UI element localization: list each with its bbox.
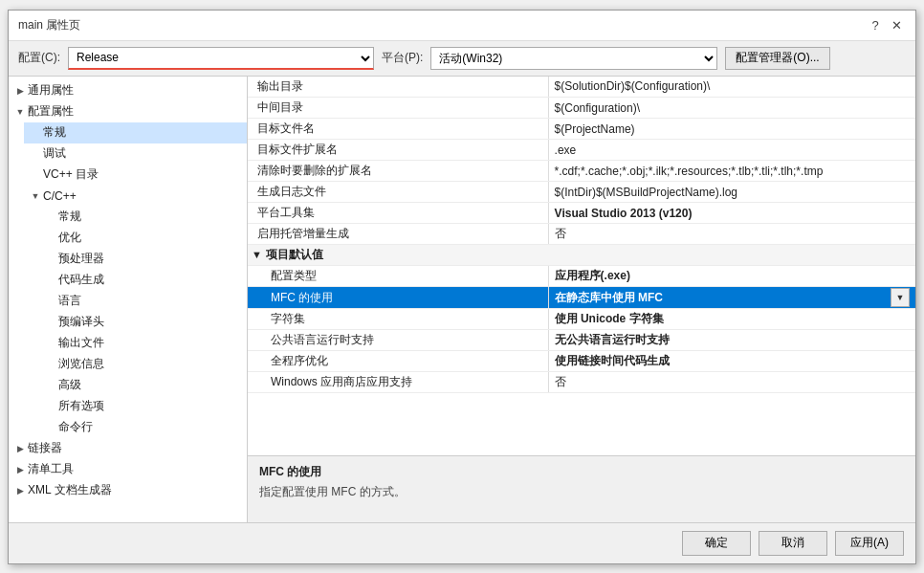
mfc-value-text: 在静态库中使用 MFC [555,290,663,306]
info-description: 指定配置使用 MFC 的方式。 [259,484,904,500]
prop-value: Visual Studio 2013 (v120) [548,203,915,224]
tree-label-manifest: 清单工具 [28,461,74,477]
tree-item-cpp-pch[interactable]: 预编译头 [39,312,247,333]
tree-toggle-cpp-general [43,209,58,225]
tree-toggle-cpp-all [43,399,58,414]
prop-group-header: ▼项目默认值 [248,245,915,266]
table-row[interactable]: 清除时要删除的扩展名 *.cdf;*.cache;*.obj;*.ilk;*.r… [248,161,915,182]
table-row[interactable]: 启用托管增量生成 否 [248,224,915,245]
tree-label-cpp-adv: 高级 [58,377,81,393]
ok-button[interactable]: 确定 [682,531,751,556]
tree-item-cpp-cmdline[interactable]: 命令行 [39,417,247,438]
tree-item-cpp[interactable]: ▼ C/C++ [24,186,247,207]
tree-toggle-general: ▶ [12,83,28,99]
tree-toggle-debug [28,146,43,162]
tree-item-cpp-preproc[interactable]: 预处理器 [39,249,247,270]
tree-item-manifest[interactable]: ▶ 清单工具 [9,459,247,480]
tree-toggle-config-props: ▼ [12,104,28,120]
prop-name: 平台工具集 [248,203,548,224]
prop-value: $(SolutionDir)$(Configuration)\ [548,77,915,98]
prop-value: 使用 Unicode 字符集 [548,309,915,330]
tree-item-cpp-general[interactable]: 常规 [39,207,247,228]
prop-name-mfc: MFC 的使用 [248,287,548,309]
tree-toggle-manifest: ▶ [12,462,28,477]
table-row[interactable]: 目标文件扩展名 .exe [248,140,915,161]
title-bar-left: main 属性页 [18,17,80,33]
title-bar: main 属性页 ? ✕ [9,11,915,41]
tree-item-config-props[interactable]: ▼ 配置属性 [9,101,247,122]
tree-toggle-xml-gen: ▶ [12,483,28,498]
config-label: 配置(C): [18,50,60,66]
table-row[interactable]: 公共语言运行时支持 无公共语言运行时支持 [248,330,915,351]
tree-label-cpp-lang: 语言 [58,293,81,309]
tree-item-xml-gen[interactable]: ▶ XML 文档生成器 [9,480,247,501]
tree-toggle-cpp: ▼ [28,188,43,204]
tree-item-linker[interactable]: ▶ 链接器 [9,438,247,459]
table-row[interactable]: 中间目录 $(Configuration)\ [248,98,915,119]
table-row[interactable]: 字符集 使用 Unicode 字符集 [248,309,915,330]
prop-value: 无公共语言运行时支持 [548,330,915,351]
close-button[interactable]: ✕ [887,15,906,34]
tree-label-cpp-output: 输出文件 [58,335,104,351]
tree-label-cpp-codegen: 代码生成 [58,272,104,288]
tree-item-cpp-browse[interactable]: 浏览信息 [39,354,247,375]
tree-toggle-vc-dirs [28,167,43,183]
table-row-mfc[interactable]: MFC 的使用 在静态库中使用 MFC ▼ [248,287,915,309]
prop-value: 否 [548,372,915,393]
prop-value: $(IntDir)$(MSBuildProjectName).log [548,182,915,203]
tree-item-general[interactable]: ▶ 通用属性 [9,80,247,101]
tree-toggle-cpp-preproc [43,252,58,267]
tree-toggle-linker: ▶ [12,441,28,456]
tree-item-cpp-all[interactable]: 所有选项 [39,396,247,417]
info-title: MFC 的使用 [259,464,904,480]
props-panel: 输出目录 $(SolutionDir)$(Configuration)\ 中间目… [248,77,915,455]
prop-value: $(ProjectName) [548,119,915,140]
right-panel: 输出目录 $(SolutionDir)$(Configuration)\ 中间目… [248,77,915,522]
table-row[interactable]: 平台工具集 Visual Studio 2013 (v120) [248,203,915,224]
prop-name: 公共语言运行时支持 [248,330,548,351]
tree-toggle-cpp-opt [43,231,58,246]
tree-item-cpp-output[interactable]: 输出文件 [39,333,247,354]
table-row[interactable]: Windows 应用商店应用支持 否 [248,372,915,393]
tree-label-debug: 调试 [43,145,66,162]
prop-name: Windows 应用商店应用支持 [248,372,548,393]
mfc-dropdown-arrow[interactable]: ▼ [891,288,910,307]
dialog-title: main 属性页 [18,17,80,33]
platform-select[interactable]: 活动(Win32) [430,47,717,70]
prop-value: .exe [548,140,915,161]
config-manager-button[interactable]: 配置管理器(O)... [725,47,829,70]
prop-value: $(Configuration)\ [548,98,915,119]
table-row[interactable]: 目标文件名 $(ProjectName) [248,119,915,140]
table-row[interactable]: 输出目录 $(SolutionDir)$(Configuration)\ [248,77,915,98]
tree-label-general2: 常规 [43,124,66,141]
tree-label-cpp: C/C++ [43,189,77,203]
prop-value: *.cdf;*.cache;*.obj;*.ilk;*.resources;*.… [548,161,915,182]
prop-name: 清除时要删除的扩展名 [248,161,548,182]
tree-item-cpp-lang[interactable]: 语言 [39,291,247,312]
tree-item-cpp-opt[interactable]: 优化 [39,228,247,249]
toolbar: 配置(C): Release 平台(P): 活动(Win32) 配置管理器(O)… [9,41,915,77]
tree-panel: ▶ 通用属性 ▼ 配置属性 常规 调试 VC++ 目录 ▼ C/C++ [9,77,248,522]
tree-label-cpp-general: 常规 [58,209,81,225]
config-select[interactable]: Release [68,47,374,70]
prop-name: 字符集 [248,309,548,330]
tree-item-debug[interactable]: 调试 [24,143,247,165]
prop-value: 应用程序(.exe) [548,266,915,287]
tree-item-cpp-adv[interactable]: 高级 [39,375,247,396]
tree-item-cpp-codegen[interactable]: 代码生成 [39,270,247,291]
tree-label-cpp-browse: 浏览信息 [58,356,104,372]
table-row[interactable]: 生成日志文件 $(IntDir)$(MSBuildProjectName).lo… [248,182,915,203]
table-row[interactable]: 全程序优化 使用链接时间代码生成 [248,351,915,372]
main-dialog: main 属性页 ? ✕ 配置(C): Release 平台(P): 活动(Wi… [8,10,916,564]
tree-item-general2[interactable]: 常规 [24,122,247,143]
help-button[interactable]: ? [866,15,885,34]
tree-label-general: 通用属性 [28,82,74,99]
tree-label-vc-dirs: VC++ 目录 [43,166,99,183]
apply-button[interactable]: 应用(A) [835,531,904,556]
tree-label-cpp-cmdline: 命令行 [58,419,93,435]
tree-item-vc-dirs[interactable]: VC++ 目录 [24,165,247,186]
prop-name: 目标文件扩展名 [248,140,548,161]
tree-label-cpp-opt: 优化 [58,230,81,246]
table-row[interactable]: 配置类型 应用程序(.exe) [248,266,915,287]
cancel-button[interactable]: 取消 [759,531,827,556]
